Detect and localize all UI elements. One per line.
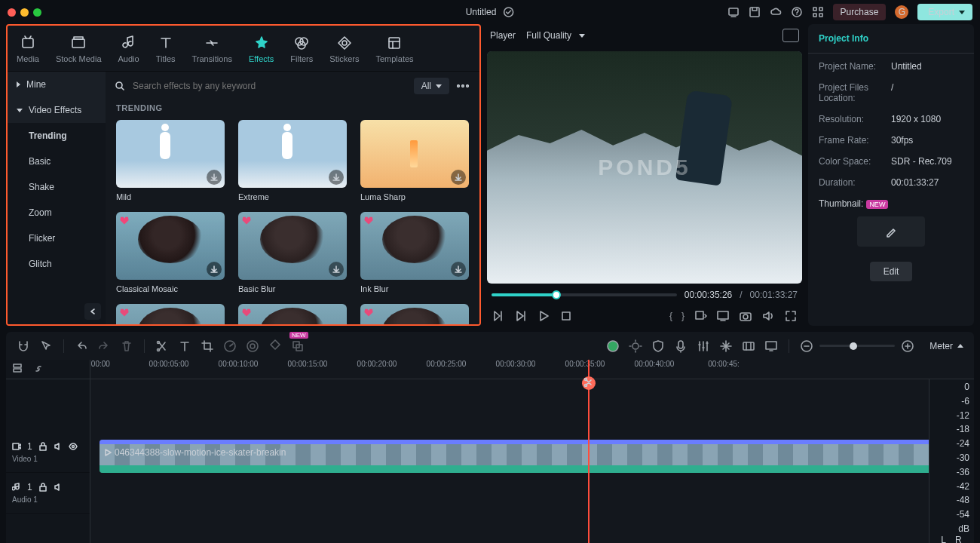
tab-templates[interactable]: Templates (369, 33, 419, 65)
tracks-icon[interactable] (12, 363, 26, 376)
filter-all-dropdown[interactable]: All (414, 78, 449, 94)
mark-out-button[interactable]: } (681, 311, 684, 321)
effect-card[interactable]: Extreme (238, 120, 347, 201)
effect-card[interactable]: Mild (116, 120, 225, 201)
timeline-ruler[interactable]: :00:0000:00:05:0000:00:10:0000:00:15:000… (90, 360, 974, 379)
keyframe-icon[interactable] (268, 338, 282, 351)
play-button[interactable] (537, 309, 550, 323)
marker-dropdown[interactable] (694, 309, 707, 323)
effect-card[interactable] (116, 304, 225, 324)
more-options-button[interactable] (455, 78, 470, 94)
magnet-icon[interactable] (17, 339, 30, 353)
record-icon[interactable] (606, 339, 620, 353)
download-icon[interactable] (329, 170, 344, 185)
fullscreen-icon[interactable] (784, 309, 798, 323)
close-window-icon[interactable] (8, 8, 16, 17)
tab-audio[interactable]: Audio (112, 33, 145, 65)
playhead[interactable] (588, 360, 590, 543)
effect-card[interactable] (360, 304, 469, 324)
display-button[interactable] (716, 309, 730, 323)
category-video-effects[interactable]: Video Effects (8, 97, 106, 123)
seek-bar[interactable] (492, 293, 677, 296)
timeline-tracks-area[interactable]: :00:0000:00:05:0000:00:10:0000:00:15:000… (90, 360, 974, 543)
meter-toggle[interactable]: Meter (929, 341, 963, 351)
group-icon[interactable] (291, 339, 305, 353)
minimize-window-icon[interactable] (20, 8, 29, 17)
audio-track-header[interactable]: 1 Audio 1 (6, 473, 90, 514)
zoom-slider[interactable] (800, 339, 914, 353)
snapshot-button[interactable] (782, 29, 799, 42)
search-input[interactable] (131, 80, 408, 92)
text-tool-icon[interactable] (178, 339, 191, 353)
preview-viewport[interactable]: POND5 (487, 51, 802, 284)
undo-icon[interactable] (75, 339, 88, 353)
render-icon[interactable] (742, 339, 755, 353)
lock-icon[interactable] (38, 442, 47, 451)
zoom-in-icon[interactable] (901, 339, 914, 353)
effect-card[interactable]: Luma Sharp (360, 120, 469, 201)
monitor-icon[interactable] (764, 339, 778, 353)
zoom-out-icon[interactable] (800, 339, 813, 353)
tab-transitions[interactable]: Transitions (186, 33, 238, 65)
tab-stickers[interactable]: Stickers (323, 33, 365, 65)
search-effects[interactable] (115, 80, 408, 92)
cloud-icon[interactable] (770, 6, 782, 18)
download-icon[interactable] (207, 170, 222, 185)
subcategory-trending[interactable]: Trending (8, 123, 106, 149)
split-icon[interactable] (155, 339, 169, 353)
subcategory-basic[interactable]: Basic (8, 149, 106, 174)
speed-icon[interactable] (223, 339, 237, 353)
download-icon[interactable] (451, 170, 466, 185)
effect-card[interactable]: Ink Blur (360, 212, 469, 293)
subcategory-flicker[interactable]: Flicker (8, 225, 106, 251)
tab-titles[interactable]: Titles (150, 33, 182, 65)
stop-button[interactable] (559, 309, 573, 323)
eye-icon[interactable] (69, 442, 78, 451)
effect-card[interactable]: Basic Blur (238, 212, 347, 293)
apps-icon[interactable] (812, 6, 824, 18)
select-tool-icon[interactable] (39, 339, 53, 353)
volume-icon[interactable] (761, 309, 775, 323)
video-track-header[interactable]: 1 Video 1 (6, 432, 90, 473)
avatar[interactable]: G (895, 5, 908, 19)
mute-icon[interactable] (54, 442, 63, 451)
shield-icon[interactable] (651, 339, 665, 353)
mark-in-button[interactable]: { (669, 311, 672, 321)
tab-filters[interactable]: Filters (284, 33, 319, 65)
mute-icon[interactable] (54, 483, 63, 492)
edit-button[interactable]: Edit (870, 262, 913, 281)
help-icon[interactable] (791, 6, 803, 18)
tab-media[interactable]: Media (11, 33, 45, 65)
tab-stock-media[interactable]: Stock Media (50, 33, 108, 65)
collapse-sidebar-button[interactable] (84, 303, 101, 320)
delete-icon[interactable] (120, 339, 133, 353)
video-clip[interactable]: 046344388-slow-motion-ice-skater-breakin (100, 440, 965, 473)
category-mine[interactable]: Mine (8, 72, 106, 97)
download-icon[interactable] (451, 262, 466, 277)
download-icon[interactable] (207, 262, 222, 277)
subcategory-glitch[interactable]: Glitch (8, 251, 106, 277)
thumbnail-slot[interactable] (857, 216, 925, 247)
subcategory-shake[interactable]: Shake (8, 174, 106, 200)
player-tab[interactable]: Player (490, 30, 516, 41)
enhance-icon[interactable] (719, 339, 733, 353)
mic-icon[interactable] (674, 339, 688, 353)
export-button[interactable]: Export (917, 4, 972, 20)
redo-icon[interactable] (97, 339, 111, 353)
camera-icon[interactable] (739, 309, 752, 323)
device-icon[interactable] (727, 6, 740, 18)
maximize-window-icon[interactable] (33, 8, 41, 17)
color-icon[interactable] (246, 339, 259, 353)
tab-effects[interactable]: Effects (243, 33, 280, 65)
lock-icon[interactable] (38, 483, 47, 492)
link-icon[interactable] (33, 363, 47, 376)
prev-frame-button[interactable] (492, 309, 505, 323)
purchase-button[interactable]: Purchase (833, 4, 887, 20)
mixer-icon[interactable] (697, 339, 710, 353)
save-icon[interactable] (749, 6, 761, 18)
brightness-icon[interactable] (629, 339, 642, 353)
quality-dropdown[interactable]: Full Quality (526, 30, 585, 41)
step-button[interactable] (514, 309, 528, 323)
subcategory-zoom[interactable]: Zoom (8, 200, 106, 225)
download-icon[interactable] (329, 262, 344, 277)
